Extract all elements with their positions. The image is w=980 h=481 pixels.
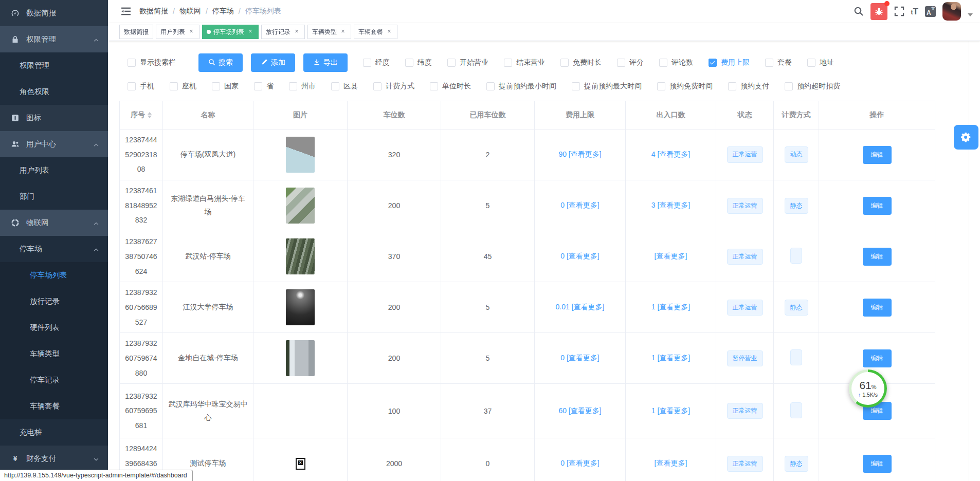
checkbox-checked[interactable] — [709, 59, 717, 67]
tab-close-icon[interactable]: × — [247, 28, 254, 35]
filter-checkbox[interactable]: 省 — [254, 82, 274, 91]
gates-view-more-link[interactable]: 1 [查看更多] — [651, 354, 690, 362]
sidebar-item[interactable]: ¥财务支付 — [0, 446, 108, 472]
checkbox-unchecked[interactable] — [572, 82, 580, 90]
error-log-button[interactable] — [870, 3, 887, 20]
search-icon[interactable] — [854, 6, 864, 16]
checkbox-unchecked[interactable] — [504, 59, 512, 67]
network-speed-widget[interactable]: 61% ↑ 1.5K/s — [849, 369, 887, 408]
sidebar-item[interactable]: 停车记录 — [0, 367, 108, 393]
sort-carets-icon[interactable] — [148, 112, 152, 118]
breadcrumb-item[interactable]: 数据简报 — [139, 7, 168, 16]
filter-checkbox[interactable]: 计费方式 — [373, 82, 414, 91]
edit-button[interactable]: 编辑 — [863, 146, 892, 164]
fee-view-more-link[interactable]: 60 [查看更多] — [558, 406, 601, 415]
fee-view-more-link[interactable]: 90 [查看更多] — [558, 150, 601, 158]
edit-button[interactable]: 编辑 — [863, 299, 892, 317]
tab-close-icon[interactable]: × — [339, 28, 347, 35]
filter-checkbox[interactable]: 区县 — [331, 82, 358, 91]
tab-item[interactable]: 放行记录× — [261, 25, 305, 39]
export-button[interactable]: 导出 — [303, 53, 348, 72]
fee-view-more-link[interactable]: 0.01 [查看更多] — [556, 303, 605, 311]
breadcrumb-item[interactable]: 停车场 — [212, 7, 234, 16]
filter-checkbox[interactable]: 套餐 — [765, 58, 792, 67]
sidebar-item[interactable]: 数据简报 — [0, 0, 108, 26]
checkbox-unchecked[interactable] — [617, 59, 625, 67]
checkbox-unchecked[interactable] — [765, 59, 773, 67]
fee-view-more-link[interactable]: 0 [查看更多] — [560, 354, 599, 362]
edit-button[interactable]: 编辑 — [863, 248, 892, 266]
filter-checkbox[interactable]: 提前预约最小时间 — [486, 82, 556, 91]
sort-descending-icon[interactable] — [148, 116, 152, 118]
fee-view-more-link[interactable]: 0 [查看更多] — [560, 252, 599, 260]
checkbox-unchecked[interactable] — [657, 82, 665, 90]
checkbox-unchecked[interactable] — [807, 59, 815, 67]
checkbox-unchecked[interactable] — [254, 82, 262, 90]
filter-checkbox[interactable]: 开始营业 — [447, 58, 488, 67]
gates-view-more-link[interactable]: 1 [查看更多] — [651, 406, 690, 415]
sidebar-item[interactable]: 车辆套餐 — [0, 393, 108, 419]
edit-button[interactable]: 编辑 — [863, 349, 892, 367]
tab-item[interactable]: 车辆套餐× — [354, 25, 397, 39]
checkbox-unchecked[interactable] — [785, 82, 793, 90]
sidebar-item[interactable]: 物联网 — [0, 210, 108, 236]
text-size-icon[interactable]: tT — [911, 7, 918, 16]
checkbox-unchecked[interactable] — [212, 82, 220, 90]
sidebar-item[interactable]: 用户列表 — [0, 157, 108, 183]
filter-checkbox[interactable]: 评论数 — [659, 58, 693, 67]
hamburger-icon[interactable] — [120, 6, 132, 17]
edit-button[interactable]: 编辑 — [863, 197, 892, 215]
checkbox-unchecked[interactable] — [128, 82, 136, 90]
filter-checkbox[interactable]: 地址 — [807, 58, 834, 67]
checkbox-unchecked[interactable] — [331, 82, 339, 90]
filter-checkbox[interactable]: 国家 — [212, 82, 239, 91]
gates-view-more-link[interactable]: 3 [查看更多] — [651, 201, 690, 209]
tab-item[interactable]: 数据简报 — [119, 25, 153, 39]
checkbox-unchecked[interactable] — [560, 59, 569, 67]
gates-view-more-link[interactable]: 4 [查看更多] — [651, 150, 690, 158]
checkbox-unchecked[interactable] — [128, 59, 136, 67]
checkbox-unchecked[interactable] — [486, 82, 495, 90]
fullscreen-icon[interactable] — [894, 6, 904, 16]
filter-checkbox[interactable]: 预约支付 — [728, 82, 769, 91]
settings-panel-button[interactable] — [954, 125, 978, 150]
sidebar-item[interactable]: 角色权限 — [0, 79, 108, 105]
checkbox-unchecked[interactable] — [659, 59, 667, 67]
filter-checkbox[interactable]: 预约免费时间 — [657, 82, 713, 91]
breadcrumb-item[interactable]: 物联网 — [179, 7, 201, 16]
tab-close-icon[interactable]: × — [386, 28, 393, 35]
sidebar-item[interactable]: 权限管理 — [0, 26, 108, 52]
filter-checkbox[interactable]: 显示搜索栏 — [128, 58, 176, 67]
checkbox-unchecked[interactable] — [373, 82, 382, 90]
search-button[interactable]: 搜索 — [198, 53, 243, 72]
filter-checkbox[interactable]: 州市 — [289, 82, 316, 91]
tab-close-icon[interactable]: × — [293, 28, 300, 35]
gates-view-more-link[interactable]: 1 [查看更多] — [651, 303, 690, 311]
sidebar-item[interactable]: 放行记录 — [0, 288, 108, 314]
gates-view-more-link[interactable]: [查看更多] — [655, 459, 687, 467]
edit-button[interactable]: 编辑 — [863, 455, 892, 473]
checkbox-unchecked[interactable] — [430, 82, 438, 90]
tab-active[interactable]: 停车场列表× — [202, 25, 259, 39]
filter-checkbox[interactable]: 结束营业 — [504, 58, 545, 67]
tab-item[interactable]: 车辆类型× — [307, 25, 351, 39]
sidebar-item[interactable]: 权限管理 — [0, 52, 108, 79]
avatar[interactable] — [942, 2, 961, 21]
checkbox-unchecked[interactable] — [170, 82, 178, 90]
add-button[interactable]: 添加 — [251, 53, 295, 72]
sidebar-item[interactable]: 图标 — [0, 105, 108, 131]
sidebar-item[interactable]: 部门 — [0, 183, 108, 210]
sidebar-item[interactable]: 硬件列表 — [0, 314, 108, 341]
filter-checkbox[interactable]: 纬度 — [405, 58, 432, 67]
language-icon[interactable]: A 文 — [925, 6, 936, 17]
sidebar-item[interactable]: 充电桩 — [0, 419, 108, 446]
filter-checkbox[interactable]: 费用上限 — [709, 58, 750, 67]
filter-checkbox[interactable]: 手机 — [128, 82, 154, 91]
checkbox-unchecked[interactable] — [447, 59, 456, 67]
filter-checkbox[interactable]: 评分 — [617, 58, 644, 67]
sidebar-item[interactable]: 停车场 — [0, 236, 108, 262]
checkbox-unchecked[interactable] — [289, 82, 297, 90]
sidebar-item[interactable]: 用户中心 — [0, 131, 108, 157]
filter-checkbox[interactable]: 免费时长 — [560, 58, 602, 67]
sort-ascending-icon[interactable] — [148, 112, 152, 115]
